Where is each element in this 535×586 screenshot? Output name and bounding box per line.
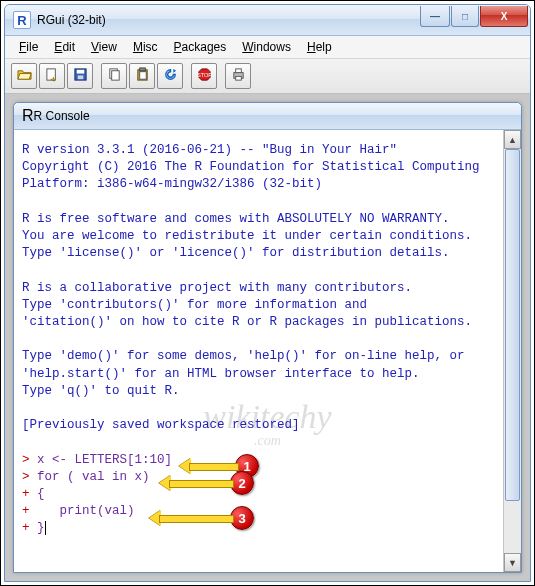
titlebar[interactable]: R RGui (32-bit) — □ X <box>5 5 530 36</box>
source-button[interactable] <box>39 63 65 89</box>
console-line: 'help.start()' for an HTML browser inter… <box>22 367 420 381</box>
prompt: > <box>22 453 37 467</box>
menu-view[interactable]: View <box>83 38 125 56</box>
refresh-icon <box>163 67 178 85</box>
print-icon <box>231 67 246 85</box>
svg-rect-7 <box>139 72 146 80</box>
console-line: Type 'license()' or 'licence()' for dist… <box>22 246 450 260</box>
close-button[interactable]: X <box>480 6 528 27</box>
prompt: + <box>22 504 60 518</box>
stop-icon: STOP <box>197 67 212 85</box>
paste-icon <box>135 67 150 85</box>
source-icon <box>45 67 60 85</box>
menu-edit[interactable]: Edit <box>46 38 83 56</box>
console-line: Type 'demo()' for some demos, 'help()' f… <box>22 349 465 363</box>
console-line: R is a collaborative project with many c… <box>22 281 412 295</box>
minimize-button[interactable]: — <box>420 6 450 27</box>
console-titlebar[interactable]: R R Console <box>14 103 521 130</box>
save-button[interactable] <box>67 63 93 89</box>
svg-text:STOP: STOP <box>197 72 212 78</box>
console-line: 'citation()' on how to cite R or R packa… <box>22 315 472 329</box>
text-cursor <box>45 521 54 535</box>
console-line: Copyright (C) 2016 The R Foundation for … <box>22 160 480 174</box>
maximize-button[interactable]: □ <box>451 6 479 27</box>
console-title: R Console <box>34 109 90 123</box>
window-title: RGui (32-bit) <box>37 13 419 27</box>
save-icon <box>73 67 88 85</box>
svg-rect-12 <box>235 69 241 73</box>
copy-icon <box>107 67 122 85</box>
print-button[interactable] <box>225 63 251 89</box>
console-line: R version 3.3.1 (2016-06-21) -- "Bug in … <box>22 143 397 157</box>
console-line: [Previously saved workspace restored] <box>22 418 300 432</box>
scroll-thumb[interactable] <box>505 149 520 501</box>
console-app-icon: R <box>22 107 34 125</box>
svg-rect-2 <box>76 70 84 74</box>
mdi-area: R R Console wikitechy .com R version 3.3… <box>5 94 530 581</box>
open-icon <box>17 67 32 85</box>
menu-file[interactable]: File <box>11 38 46 56</box>
prompt: + <box>22 487 37 501</box>
console-output[interactable]: R version 3.3.1 (2016-06-21) -- "Bug in … <box>14 130 504 572</box>
main-window: R RGui (32-bit) — □ X File Edit View Mis… <box>4 4 531 582</box>
vertical-scrollbar[interactable]: ▲ ▼ <box>503 130 521 572</box>
copy-button[interactable] <box>101 63 127 89</box>
copypaste-button[interactable] <box>157 63 183 89</box>
console-line: Platform: i386-w64-mingw32/i386 (32-bit) <box>22 177 322 191</box>
menu-windows[interactable]: Windows <box>234 38 299 56</box>
console-input-line: } <box>37 521 45 535</box>
console-line: R is free software and comes with ABSOLU… <box>22 212 450 226</box>
console-input-line: { <box>37 487 45 501</box>
scroll-down-button[interactable]: ▼ <box>504 553 521 572</box>
svg-rect-8 <box>139 68 145 71</box>
console-line: Type 'q()' to quit R. <box>22 384 180 398</box>
svg-rect-13 <box>235 76 241 80</box>
prompt: > <box>22 470 37 484</box>
menu-help[interactable]: Help <box>299 38 340 56</box>
console-body: wikitechy .com R version 3.3.1 (2016-06-… <box>14 130 521 572</box>
open-button[interactable] <box>11 63 37 89</box>
menu-packages[interactable]: Packages <box>166 38 235 56</box>
window-buttons: — □ X <box>419 6 528 26</box>
toolbar: STOP <box>5 59 530 94</box>
console-line: You are welcome to redistribute it under… <box>22 229 472 243</box>
app-icon: R <box>13 11 31 29</box>
svg-rect-3 <box>77 75 83 79</box>
svg-rect-5 <box>111 71 119 80</box>
prompt: + <box>22 521 37 535</box>
paste-button[interactable] <box>129 63 155 89</box>
console-window: R R Console wikitechy .com R version 3.3… <box>13 102 522 573</box>
menubar: File Edit View Misc Packages Windows Hel… <box>5 36 530 59</box>
stop-button[interactable]: STOP <box>191 63 217 89</box>
console-input-line: print(val) <box>60 504 135 518</box>
console-line: Type 'contributors()' for more informati… <box>22 298 367 312</box>
scroll-up-button[interactable]: ▲ <box>504 130 521 149</box>
menu-misc[interactable]: Misc <box>125 38 166 56</box>
console-input-line: x <- LETTERS[1:10] <box>37 453 172 467</box>
console-input-line: for ( val in x) <box>37 470 150 484</box>
